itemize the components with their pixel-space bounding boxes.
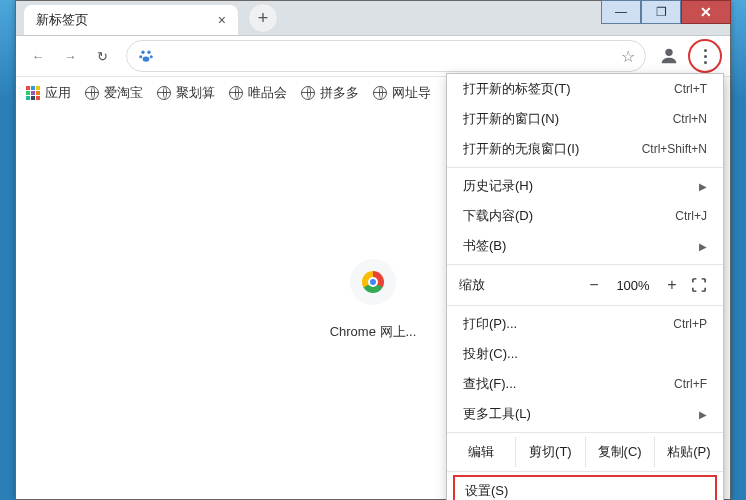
kebab-menu-button[interactable] xyxy=(688,39,722,73)
globe-icon xyxy=(229,86,243,100)
maximize-button[interactable]: ❐ xyxy=(641,0,681,24)
tab-title: 新标签页 xyxy=(36,11,88,29)
zoom-out-button[interactable]: − xyxy=(579,276,609,294)
apps-grid-icon xyxy=(26,86,40,100)
menu-separator xyxy=(447,167,723,168)
menu-incognito[interactable]: 打开新的无痕窗口(I)Ctrl+Shift+N xyxy=(447,134,723,164)
globe-icon xyxy=(85,86,99,100)
dots-icon xyxy=(704,49,707,64)
browser-window: — ❐ ✕ 新标签页 × + ← → ↻ ☆ 应用 xyxy=(15,0,731,500)
svg-point-5 xyxy=(665,49,672,56)
svg-point-0 xyxy=(141,51,144,54)
bookmark-item[interactable]: 网址导 xyxy=(373,84,431,102)
bookmark-item[interactable]: 聚划算 xyxy=(157,84,215,102)
svg-point-1 xyxy=(147,51,150,54)
forward-button[interactable]: → xyxy=(56,42,84,70)
menu-new-tab[interactable]: 打开新的标签页(T)Ctrl+T xyxy=(447,74,723,104)
svg-point-2 xyxy=(139,55,142,58)
close-window-button[interactable]: ✕ xyxy=(681,0,731,24)
zoom-value: 100% xyxy=(609,278,657,293)
menu-new-window[interactable]: 打开新的窗口(N)Ctrl+N xyxy=(447,104,723,134)
menu-settings[interactable]: 设置(S) xyxy=(455,477,715,500)
menu-more-tools[interactable]: 更多工具(L)▶ xyxy=(447,399,723,429)
apps-label: 应用 xyxy=(45,84,71,102)
menu-zoom: 缩放 − 100% + xyxy=(447,268,723,302)
menu-downloads[interactable]: 下载内容(D)Ctrl+J xyxy=(447,201,723,231)
menu-print[interactable]: 打印(P)...Ctrl+P xyxy=(447,309,723,339)
menu-separator xyxy=(447,305,723,306)
fullscreen-button[interactable] xyxy=(687,278,711,292)
bookmark-star-icon[interactable]: ☆ xyxy=(621,47,635,66)
minimize-button[interactable]: — xyxy=(601,0,641,24)
webstore-label: Chrome 网上... xyxy=(330,323,417,341)
globe-icon xyxy=(157,86,171,100)
menu-cast[interactable]: 投射(C)... xyxy=(447,339,723,369)
menu-separator xyxy=(447,264,723,265)
globe-icon xyxy=(373,86,387,100)
chevron-right-icon: ▶ xyxy=(699,241,707,252)
reload-button[interactable]: ↻ xyxy=(88,42,116,70)
url-input[interactable] xyxy=(161,42,615,70)
menu-separator xyxy=(447,432,723,433)
chrome-logo-icon xyxy=(362,271,384,293)
edit-label: 编辑 xyxy=(447,437,516,467)
main-menu: 打开新的标签页(T)Ctrl+T 打开新的窗口(N)Ctrl+N 打开新的无痕窗… xyxy=(446,73,724,500)
svg-point-3 xyxy=(150,55,153,58)
webstore-icon[interactable] xyxy=(350,259,396,305)
zoom-in-button[interactable]: + xyxy=(657,276,687,294)
browser-tab[interactable]: 新标签页 × xyxy=(24,5,238,35)
profile-button[interactable] xyxy=(656,43,682,69)
toolbar: ← → ↻ ☆ xyxy=(16,36,730,77)
fullscreen-icon xyxy=(692,278,706,292)
bookmark-item[interactable]: 拼多多 xyxy=(301,84,359,102)
bookmark-item[interactable]: 爱淘宝 xyxy=(85,84,143,102)
back-button[interactable]: ← xyxy=(24,42,52,70)
menu-separator xyxy=(447,471,723,472)
window-controls: — ❐ ✕ xyxy=(601,0,731,24)
apps-shortcut[interactable]: 应用 xyxy=(26,84,71,102)
menu-edit-row: 编辑 剪切(T) 复制(C) 粘贴(P) xyxy=(447,436,723,468)
menu-history[interactable]: 历史记录(H)▶ xyxy=(447,171,723,201)
bookmark-item[interactable]: 唯品会 xyxy=(229,84,287,102)
menu-find[interactable]: 查找(F)...Ctrl+F xyxy=(447,369,723,399)
new-tab-button[interactable]: + xyxy=(248,3,278,33)
menu-paste[interactable]: 粘贴(P) xyxy=(655,437,723,467)
settings-highlight: 设置(S) xyxy=(453,475,717,500)
tab-close-icon[interactable]: × xyxy=(218,12,226,28)
menu-bookmarks[interactable]: 书签(B)▶ xyxy=(447,231,723,261)
svg-point-4 xyxy=(143,56,150,61)
menu-copy[interactable]: 复制(C) xyxy=(586,437,655,467)
address-bar[interactable]: ☆ xyxy=(126,40,646,72)
menu-cut[interactable]: 剪切(T) xyxy=(516,437,585,467)
chevron-right-icon: ▶ xyxy=(699,409,707,420)
globe-icon xyxy=(301,86,315,100)
paw-icon xyxy=(137,47,155,65)
chevron-right-icon: ▶ xyxy=(699,181,707,192)
